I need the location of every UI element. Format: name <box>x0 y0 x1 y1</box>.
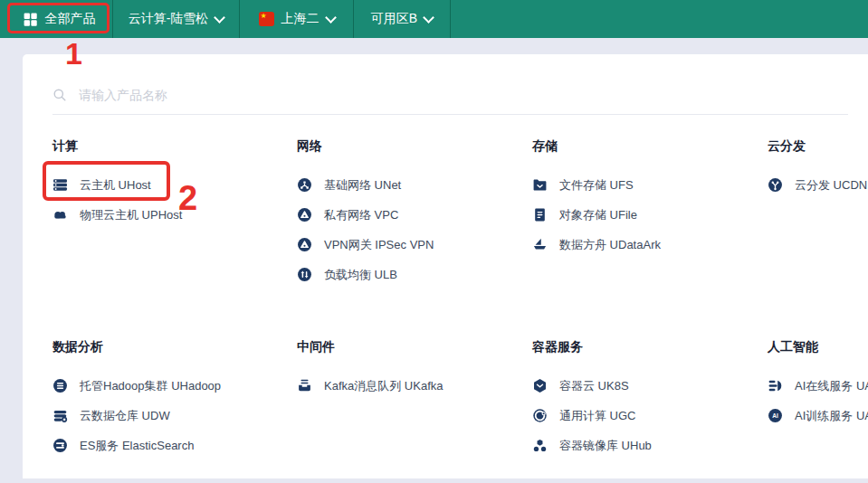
section-title: 网络 <box>297 138 532 156</box>
product-item-label: 云主机 UHost <box>80 177 151 194</box>
top-nav-bar: 全部产品 云计算-陆雪松 ★ 上海二 可用区B <box>0 0 868 38</box>
product-search-bar[interactable] <box>52 87 848 115</box>
ai-bars-icon <box>768 378 783 393</box>
product-item-label: 云分发 UCDN <box>795 177 867 194</box>
product-item-elasticsearch[interactable]: ES服务 ElasticSearch <box>52 431 297 460</box>
section-ai: 人工智能 AI在线服务 UAI AI AI训练服务 UAI <box>768 339 868 460</box>
branch-circle-icon <box>768 177 783 193</box>
section-container: 容器服务 容器云 UK8S 通用计算 UGC 容器镜像库 UHub <box>532 339 768 460</box>
section-computing: 计算 云主机 UHost 物理云主机 UPHost <box>52 138 297 289</box>
nav-divider <box>450 0 451 38</box>
section-data-analytics: 数据分析 托管Hadoop集群 UHadoop 云数据仓库 UDW ES服务 E… <box>52 339 297 460</box>
chevron-down-icon <box>214 12 225 24</box>
account-label: 云计算-陆雪松 <box>129 11 209 27</box>
product-grid-row-2: 数据分析 托管Hadoop集群 UHadoop 云数据仓库 UDW ES服务 E… <box>23 339 868 460</box>
product-item-label: 通用计算 UGC <box>559 408 636 424</box>
product-item-label: VPN网关 IPSec VPN <box>324 237 434 253</box>
section-network: 网络 基础网络 UNet 私有网络 VPC VPN网关 IPSec VPN <box>297 138 532 289</box>
product-item-ufs[interactable]: 文件存储 UFS <box>532 170 768 200</box>
product-item-uk8s[interactable]: 容器云 UK8S <box>532 371 768 401</box>
all-products-label: 全部产品 <box>45 11 96 27</box>
product-item-label: 文件存储 UFS <box>559 177 634 194</box>
folder-icon <box>532 177 548 193</box>
cloud-icon <box>52 207 68 223</box>
section-title: 人工智能 <box>768 339 868 356</box>
product-item-label: 基础网络 UNet <box>324 177 401 194</box>
product-item-label: AI在线服务 UAI <box>795 378 868 394</box>
china-flag-icon: ★ <box>259 12 274 26</box>
product-item-uhub[interactable]: 容器镜像库 UHub <box>532 431 768 460</box>
product-item-uai-inference[interactable]: AI在线服务 UAI <box>768 371 868 401</box>
product-item-label: 物理云主机 UPHost <box>80 207 182 223</box>
product-grid-row-1: 计算 云主机 UHost 物理云主机 UPHost 网络 基础网络 UNe <box>23 138 868 289</box>
file-icon <box>532 207 548 223</box>
chevron-down-icon <box>325 12 337 24</box>
all-products-button[interactable]: 全部产品 <box>9 0 109 38</box>
ai-circle-icon: AI <box>768 408 783 423</box>
grid-icon <box>23 12 38 27</box>
product-item-uai-train[interactable]: AI AI训练服务 UAI <box>768 401 868 431</box>
product-item-label: Kafka消息队列 UKafka <box>324 378 444 394</box>
arrows-circle-icon <box>297 267 312 282</box>
zone-menu[interactable]: 可用区B <box>354 0 450 38</box>
section-middleware: 中间件 Kafka消息队列 UKafka <box>297 339 532 460</box>
product-item-label: 负载均衡 ULB <box>324 267 397 283</box>
product-item-label: 容器镜像库 UHub <box>559 438 652 454</box>
tray-icon <box>297 378 312 393</box>
product-item-ipsecvpn[interactable]: VPN网关 IPSec VPN <box>297 230 532 260</box>
product-item-vpc[interactable]: 私有网络 VPC <box>297 200 532 230</box>
section-title: 计算 <box>52 138 297 156</box>
section-cdn: 云分发 云分发 UCDN <box>768 138 868 289</box>
product-item-uhost[interactable]: 云主机 UHost <box>52 170 297 200</box>
product-item-uhadoop[interactable]: 托管Hadoop集群 UHadoop <box>52 371 297 401</box>
product-item-label: 对象存储 UFile <box>559 207 637 223</box>
region-label: 上海二 <box>281 11 320 27</box>
product-item-udataark[interactable]: 数据方舟 UDataArk <box>532 230 768 260</box>
product-item-label: ES服务 ElasticSearch <box>80 438 194 454</box>
section-title: 云分发 <box>768 138 868 156</box>
chevron-down-icon <box>423 12 434 24</box>
database-circle-icon <box>52 378 68 393</box>
cloud-circle-icon <box>297 237 312 252</box>
section-title: 存储 <box>532 138 768 156</box>
database-stack-icon <box>52 408 68 423</box>
product-item-label: 云数据仓库 UDW <box>80 408 170 424</box>
all-products-panel: 计算 云主机 UHost 物理云主机 UPHost 网络 基础网络 UNe <box>23 54 868 478</box>
product-item-ugc[interactable]: 通用计算 UGC <box>532 401 768 431</box>
product-item-udw[interactable]: 云数据仓库 UDW <box>52 401 297 431</box>
product-item-ulb[interactable]: 负载均衡 ULB <box>297 260 532 289</box>
server-stack-icon <box>52 177 68 193</box>
network-circle-icon <box>297 177 312 193</box>
account-menu[interactable]: 云计算-陆雪松 <box>113 0 239 38</box>
product-item-label: 容器云 UK8S <box>559 378 629 394</box>
swirl-circle-icon <box>532 408 548 423</box>
product-item-uphost[interactable]: 物理云主机 UPHost <box>52 200 297 230</box>
cloud-circle-icon <box>297 207 312 223</box>
product-item-label: 托管Hadoop集群 UHadoop <box>80 378 221 394</box>
region-menu[interactable]: ★ 上海二 <box>240 0 353 38</box>
boat-icon <box>532 237 548 252</box>
section-storage: 存储 文件存储 UFS 对象存储 UFile 数据方舟 UDataArk <box>532 138 768 289</box>
product-item-label: 数据方舟 UDataArk <box>559 237 661 253</box>
hexagon-icon <box>532 378 548 393</box>
product-item-label: 私有网络 VPC <box>324 207 398 223</box>
elasticsearch-circle-icon <box>52 438 68 453</box>
product-item-ucdn[interactable]: 云分发 UCDN <box>768 170 868 200</box>
section-title: 中间件 <box>297 339 532 356</box>
product-item-ufile[interactable]: 对象存储 UFile <box>532 200 768 230</box>
zone-label: 可用区B <box>371 11 417 27</box>
search-input[interactable] <box>77 87 848 103</box>
svg-text:AI: AI <box>772 412 778 419</box>
section-title: 数据分析 <box>52 339 297 356</box>
section-title: 容器服务 <box>532 339 768 356</box>
product-item-unet[interactable]: 基础网络 UNet <box>297 170 532 200</box>
product-item-label: AI训练服务 UAI <box>795 408 868 424</box>
search-icon <box>52 88 67 102</box>
product-item-ukafka[interactable]: Kafka消息队列 UKafka <box>297 371 532 401</box>
cluster-icon <box>532 438 548 453</box>
